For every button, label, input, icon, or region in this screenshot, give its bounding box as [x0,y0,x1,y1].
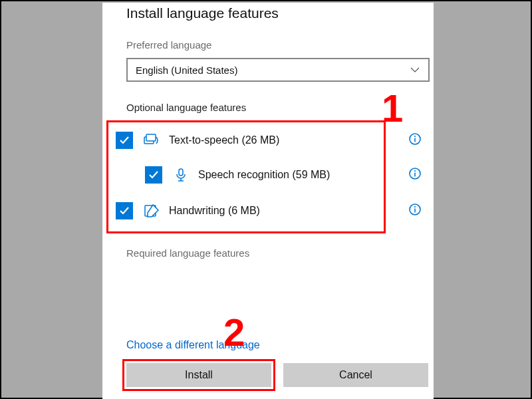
annotation-number-2: 2 [223,310,245,354]
feature-label: Text-to-speech (26 MB) [169,134,279,146]
svg-point-13 [414,206,416,207]
svg-point-7 [414,136,416,137]
feature-label: Speech recognition (59 MB) [198,169,330,181]
svg-rect-11 [414,173,416,177]
cancel-button[interactable]: Cancel [283,363,428,387]
language-dropdown-value: English (United States) [136,65,410,76]
svg-rect-8 [414,138,416,142]
feature-handwriting: Handwriting (6 MB) [116,198,260,224]
install-language-dialog: Install language features Preferred lang… [102,3,434,399]
optional-features-label: Optional language features [126,102,246,113]
checkbox-handwriting[interactable] [116,202,133,219]
text-to-speech-icon [144,133,160,148]
dialog-title: Install language features [126,5,279,21]
required-features-label: Required language features [126,247,249,259]
checkbox-text-to-speech[interactable] [116,132,133,149]
language-dropdown[interactable]: English (United States) [126,58,430,82]
handwriting-icon [144,203,160,218]
info-icon-sr[interactable] [408,167,422,180]
microphone-icon [173,168,189,182]
annotation-number-1: 1 [382,86,403,130]
feature-text-to-speech: Text-to-speech (26 MB) [116,127,279,154]
svg-point-10 [414,170,416,172]
feature-label: Handwriting (6 MB) [169,205,260,217]
svg-rect-14 [414,209,416,213]
info-icon-tts[interactable] [408,132,422,146]
chevron-down-icon [410,65,420,75]
svg-rect-2 [179,169,183,176]
feature-speech-recognition: Speech recognition (59 MB) [145,162,330,188]
info-icon-hw[interactable] [408,203,422,216]
preferred-language-label: Preferred language [126,39,211,51]
svg-rect-1 [146,134,156,141]
checkbox-speech-recognition[interactable] [145,166,162,184]
install-button[interactable]: Install [126,363,271,387]
